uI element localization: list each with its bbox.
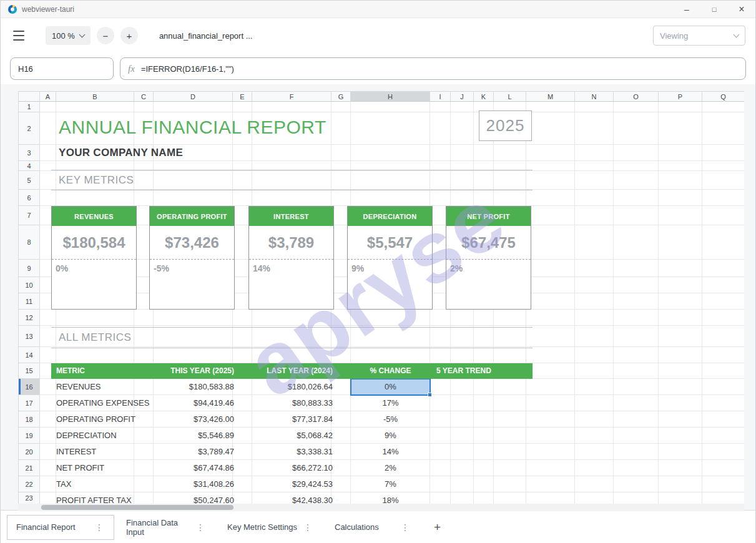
cell-B5[interactable] [56, 171, 134, 190]
cell-Q3[interactable] [702, 145, 744, 161]
cell-Q21[interactable] [702, 460, 744, 476]
cell-Q4[interactable] [702, 161, 744, 171]
cell-H20[interactable] [351, 444, 430, 460]
cell-K7[interactable] [474, 206, 494, 225]
cell-O22[interactable] [614, 476, 659, 492]
cell-L10[interactable] [494, 277, 526, 293]
cell-F10[interactable] [252, 277, 331, 293]
cell-H6[interactable] [351, 190, 430, 206]
cell-M13[interactable] [526, 326, 575, 347]
cell-E15[interactable] [233, 363, 252, 379]
cell-E6[interactable] [233, 190, 252, 206]
row-header-1[interactable]: 1 [19, 102, 40, 112]
horizontal-scrollbar[interactable] [18, 504, 744, 511]
cell-A2[interactable] [40, 112, 56, 145]
cell-Q10[interactable] [702, 277, 744, 293]
cell-M6[interactable] [526, 190, 575, 206]
tab-menu-icon[interactable]: ⋮ [400, 522, 411, 532]
cell-P7[interactable] [659, 206, 702, 225]
cell-G13[interactable] [331, 326, 351, 347]
cell-N18[interactable] [575, 411, 614, 428]
sheet-tab-calculations[interactable]: Calculations ⋮ [325, 515, 420, 540]
cell-K14[interactable] [474, 347, 494, 363]
cell-N4[interactable] [575, 161, 614, 171]
cell-I11[interactable] [430, 293, 451, 310]
cell-A20[interactable] [40, 444, 56, 460]
formula-input[interactable] [141, 64, 738, 74]
cell-I13[interactable] [430, 326, 451, 347]
cell-A16[interactable] [40, 379, 56, 395]
cell-I5[interactable] [430, 171, 451, 190]
cell-M4[interactable] [526, 161, 575, 171]
cell-B8[interactable] [56, 225, 134, 260]
cell-C12[interactable] [134, 310, 154, 326]
cell-M17[interactable] [526, 395, 575, 411]
cell-E17[interactable] [233, 395, 252, 411]
cell-N11[interactable] [575, 293, 614, 310]
column-header-N[interactable]: N [575, 92, 614, 102]
cell-A21[interactable] [40, 460, 56, 476]
cell-B20[interactable] [56, 444, 134, 460]
cell-Q2[interactable] [702, 112, 744, 145]
cell-F6[interactable] [252, 190, 331, 206]
cell-I22[interactable] [430, 476, 451, 492]
cell-H10[interactable] [351, 277, 430, 293]
cell-D21[interactable] [154, 460, 233, 476]
cell-I9[interactable] [430, 260, 451, 277]
cell-J2[interactable] [451, 112, 474, 145]
cell-K12[interactable] [474, 310, 494, 326]
cell-P14[interactable] [659, 347, 702, 363]
cell-P23[interactable] [659, 492, 702, 504]
row-header-18[interactable]: 18 [19, 411, 40, 428]
cell-N3[interactable] [575, 145, 614, 161]
cell-O6[interactable] [614, 190, 659, 206]
zoom-out-button[interactable]: − [97, 27, 114, 44]
cell-C2[interactable] [134, 112, 154, 145]
cell-G6[interactable] [331, 190, 351, 206]
cell-C7[interactable] [134, 206, 154, 225]
cell-L12[interactable] [494, 310, 526, 326]
column-header-I[interactable]: I [430, 92, 451, 102]
column-header-L[interactable]: L [494, 92, 526, 102]
cell-I19[interactable] [430, 428, 451, 444]
cell-B1[interactable] [56, 102, 134, 112]
cell-A3[interactable] [40, 145, 56, 161]
cell-G12[interactable] [331, 310, 351, 326]
cell-N9[interactable] [575, 260, 614, 277]
cell-D17[interactable] [154, 395, 233, 411]
row-header-16[interactable]: 16 [19, 379, 40, 395]
cell-M7[interactable] [526, 206, 575, 225]
cell-E16[interactable] [233, 379, 252, 395]
cell-E23[interactable] [233, 492, 252, 504]
cell-D6[interactable] [154, 190, 233, 206]
tab-menu-icon[interactable]: ⋮ [195, 522, 206, 532]
cell-E2[interactable] [233, 112, 252, 145]
cell-O3[interactable] [614, 145, 659, 161]
cell-P12[interactable] [659, 310, 702, 326]
cell-P10[interactable] [659, 277, 702, 293]
cell-F15[interactable] [252, 363, 331, 379]
select-all-corner[interactable] [19, 92, 40, 102]
cell-P2[interactable] [659, 112, 702, 145]
cell-L21[interactable] [494, 460, 526, 476]
cell-J10[interactable] [451, 277, 474, 293]
cell-I1[interactable] [430, 102, 451, 112]
cell-K1[interactable] [474, 102, 494, 112]
cell-J17[interactable] [451, 395, 474, 411]
cell-M10[interactable] [526, 277, 575, 293]
cell-K5[interactable] [474, 171, 494, 190]
cell-H3[interactable] [351, 145, 430, 161]
cell-E12[interactable] [233, 310, 252, 326]
cell-A5[interactable] [40, 171, 56, 190]
cell-D14[interactable] [154, 347, 233, 363]
cell-K18[interactable] [474, 411, 494, 428]
column-header-G[interactable]: G [331, 92, 351, 102]
cell-B11[interactable] [56, 293, 134, 310]
cell-D7[interactable] [154, 206, 233, 225]
cell-J6[interactable] [451, 190, 474, 206]
sheet-tab-financial-data-input[interactable]: Financial Data Input ⋮ [117, 515, 215, 540]
column-header-D[interactable]: D [154, 92, 233, 102]
cell-A17[interactable] [40, 395, 56, 411]
column-header-E[interactable]: E [233, 92, 252, 102]
cell-E3[interactable] [233, 145, 252, 161]
